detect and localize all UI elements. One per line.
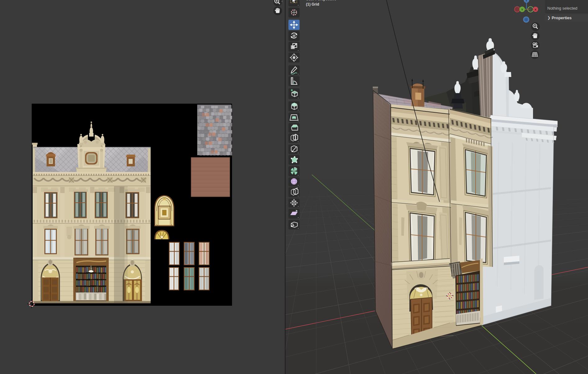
svg-text:X: X (535, 8, 536, 11)
svg-text:Z: Z (526, 0, 527, 2)
svg-text:Y: Y (521, 8, 523, 11)
